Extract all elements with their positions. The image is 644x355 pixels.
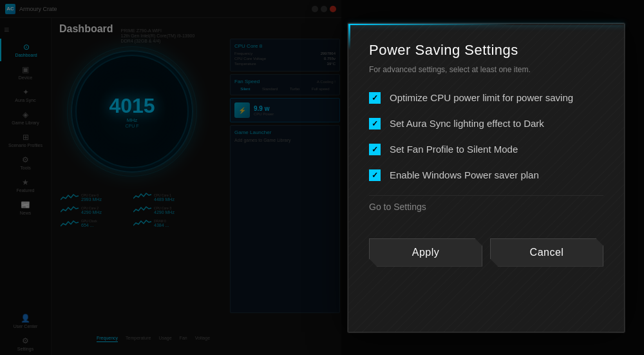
checkmark-opt1: ✓ <box>372 94 378 102</box>
option3-text: Set Fan Profile to Silent Mode <box>390 144 518 155</box>
modal-buttons: Apply Cancel <box>369 238 603 267</box>
modal-title: Power Saving Settings <box>369 42 603 59</box>
goto-settings-link[interactable]: Go to Settings <box>369 202 426 212</box>
modal-option-1[interactable]: ✓ Optimize CPU power limit for power sav… <box>369 92 603 104</box>
goto-settings-section: Go to Settings <box>369 195 603 218</box>
checkmark-opt2: ✓ <box>372 120 378 128</box>
checkbox-opt3[interactable]: ✓ <box>369 144 381 155</box>
checkmark-opt3: ✓ <box>372 146 378 153</box>
power-saving-modal: Power Saving Settings For advanced setti… <box>348 23 625 332</box>
modal-option-4[interactable]: ✓ Enable Windows Power saver plan <box>369 169 603 181</box>
option4-text: Enable Windows Power saver plan <box>390 169 539 180</box>
modal-option-3[interactable]: ✓ Set Fan Profile to Silent Mode <box>369 144 603 155</box>
apply-button[interactable]: Apply <box>369 238 482 267</box>
modal-top-border <box>348 24 624 25</box>
modal-overlay: Power Saving Settings For advanced setti… <box>0 0 644 355</box>
checkbox-opt4[interactable]: ✓ <box>369 169 381 181</box>
modal-option-2[interactable]: ✓ Set Aura Sync lighting effect to Dark <box>369 118 603 130</box>
modal-subtitle: For advanced settings, select at least o… <box>369 65 603 74</box>
checkbox-opt1[interactable]: ✓ <box>369 92 381 104</box>
checkmark-opt4: ✓ <box>372 171 378 179</box>
option1-text: Optimize CPU power limit for power savin… <box>390 92 573 103</box>
checkbox-opt2[interactable]: ✓ <box>369 118 381 130</box>
option2-text: Set Aura Sync lighting effect to Dark <box>390 118 544 129</box>
cancel-button[interactable]: Cancel <box>490 238 603 267</box>
